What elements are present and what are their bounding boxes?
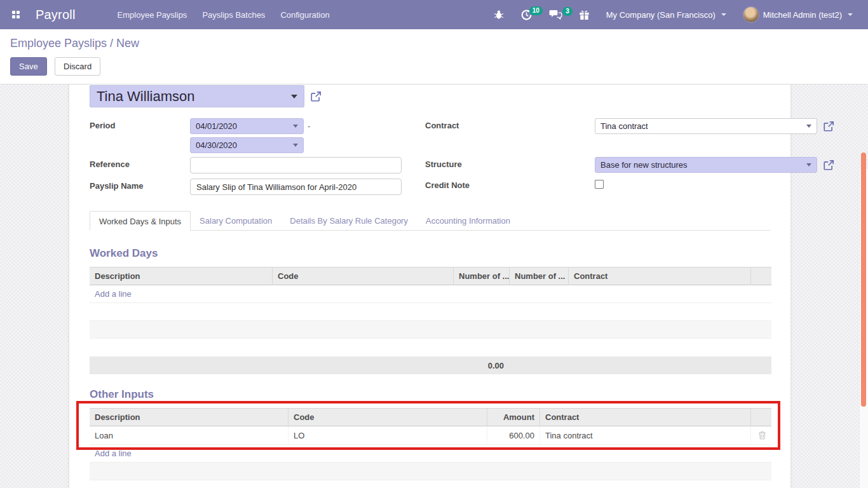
other-inputs-section: Other Inputs Description Code Amount Con… [90,388,771,480]
debug-bug-icon[interactable] [487,6,510,24]
dropdown-caret-icon [293,144,298,147]
user-menu[interactable]: Mitchell Admin (test2) [736,3,859,27]
cell-code[interactable]: LO [288,426,487,445]
vertical-scrollbar-thumb[interactable] [861,152,866,407]
other-inputs-add-a-line[interactable]: Add a line [90,449,137,458]
worked-days-section: Worked Days Description Code Number of .… [90,247,771,374]
other-inputs-header: Description Code Amount Contract [90,408,771,426]
employee-name: Tina Williamson [97,88,291,105]
contract-external-link-icon[interactable] [823,121,834,132]
other-inputs-title: Other Inputs [90,388,771,401]
company-switcher[interactable]: My Company (San Francisco) [600,6,733,24]
employee-row: Tina Williamson [90,85,322,107]
gift-icon [579,10,590,20]
credit-note-label: Credit Note [425,180,470,190]
other-inputs-table: Description Code Amount Contract Loan LO… [90,408,771,480]
delete-row-button[interactable] [758,431,766,440]
user-name: Mitchell Admin (test2) [763,10,842,20]
discard-button[interactable]: Discard [55,57,100,76]
chat-icon [549,10,562,20]
form-sheet: Tina Williamson Period 04/01/2020 - [69,85,791,488]
period-from-value: 04/01/2020 [196,121,237,131]
period-to-value: 04/30/2020 [196,140,237,150]
save-button[interactable]: Save [10,57,47,76]
gift-button[interactable] [573,6,596,24]
col-number-of-hours[interactable]: Number of ... [509,267,568,285]
dropdown-caret-icon [806,163,811,166]
top-navbar: Payroll Employee Payslips Payslips Batch… [0,0,868,29]
reference-input[interactable] [190,157,402,173]
trash-icon [758,431,766,440]
empty-row [90,463,771,480]
apps-menu-icon[interactable] [6,5,25,24]
activity-count-badge: 10 [529,6,543,15]
period-to-select[interactable]: 04/30/2020 [190,137,304,153]
period-label: Period [90,121,115,130]
col-actions [750,408,771,426]
payroll-app-window: Payroll Employee Payslips Payslips Batch… [0,0,868,488]
period-separator: - [308,121,310,131]
structure-label: Structure [425,159,462,169]
structure-select[interactable]: Base for new structures [595,157,817,173]
other-input-row-loan[interactable]: Loan LO 600.00 Tina contract [90,426,771,445]
chevron-down-icon [721,13,726,16]
dropdown-caret-icon [291,95,297,98]
tab-accounting-information[interactable]: Accounting Information [417,211,519,230]
notebook-tabs: Worked Days & Inputs Salary Computation … [90,211,770,231]
activities-button[interactable]: 10 [514,5,539,25]
credit-note-checkbox[interactable] [595,180,604,189]
col-number-of-days[interactable]: Number of ... [453,267,509,285]
employee-external-link-icon[interactable] [310,91,322,102]
worked-days-title: Worked Days [90,247,771,260]
structure-external-link-icon[interactable] [823,159,834,171]
empty-row [90,303,771,321]
bug-icon [494,10,504,20]
col-contract[interactable]: Contract [539,408,750,426]
tab-worked-days-inputs[interactable]: Worked Days & Inputs [90,211,191,231]
worked-days-total: 0.00 [453,356,509,375]
col-description[interactable]: Description [90,267,272,285]
payslip-name-value: Salary Slip of Tina Williamson for April… [196,182,356,192]
col-amount[interactable]: Amount [487,408,539,426]
empty-row [90,321,771,339]
breadcrumb[interactable]: Employee Payslips / New [10,37,858,50]
reference-label: Reference [90,159,130,169]
contract-select[interactable]: Tina contract [595,118,817,134]
app-brand[interactable]: Payroll [36,8,76,22]
cell-amount[interactable]: 600.00 [487,426,539,445]
control-panel: Employee Payslips / New Save Discard [0,29,868,85]
form-view-background: Tina Williamson Period 04/01/2020 - [0,85,868,488]
tab-details-by-salary-rule-category[interactable]: Details By Salary Rule Category [281,211,417,230]
menu-configuration[interactable]: Configuration [273,1,337,29]
company-name: My Company (San Francisco) [606,10,715,20]
worked-days-total-row: 0.00 [90,356,771,374]
user-avatar [743,6,759,23]
grid-icon [12,11,20,18]
contract-value: Tina contract [600,121,648,131]
col-actions [750,267,771,285]
other-inputs-addline-row: Add a line [90,445,771,463]
payslip-name-input[interactable]: Salary Slip of Tina Williamson for April… [190,179,402,195]
col-code[interactable]: Code [288,408,487,426]
worked-days-addline-row: Add a line [90,285,771,303]
dropdown-caret-icon [293,125,298,128]
dropdown-caret-icon [806,125,811,128]
period-from-select[interactable]: 04/01/2020 [190,118,304,134]
menu-payslips-batches[interactable]: Payslips Batches [194,1,273,29]
col-contract[interactable]: Contract [568,267,750,285]
cell-contract[interactable]: Tina contract [539,426,750,445]
cell-description[interactable]: Loan [90,426,288,445]
employee-select[interactable]: Tina Williamson [90,85,304,107]
col-code[interactable]: Code [272,267,453,285]
navbar-right: 10 3 My Company (San Francisco) [487,3,859,27]
chevron-down-icon [848,13,853,16]
worked-days-add-a-line[interactable]: Add a line [90,289,137,299]
tab-salary-computation[interactable]: Salary Computation [191,211,281,230]
payslip-name-label: Payslip Name [90,181,144,191]
worked-days-header: Description Code Number of ... Number of… [90,267,771,285]
menu-employee-payslips[interactable]: Employee Payslips [110,1,195,29]
messages-button[interactable]: 3 [543,6,569,24]
col-description[interactable]: Description [90,408,288,426]
contract-label: Contract [425,121,459,130]
structure-value: Base for new structures [600,160,688,170]
